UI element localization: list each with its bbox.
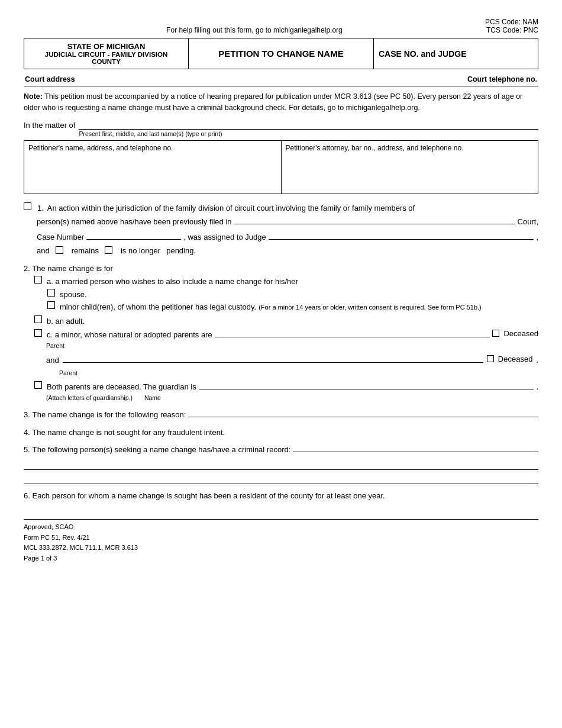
- pcs-code: PCS Code: NAM: [485, 18, 538, 26]
- section1-pending-label: pending.: [166, 245, 196, 257]
- minor-checkbox[interactable]: [47, 301, 55, 309]
- remains-checkbox[interactable]: [56, 246, 63, 254]
- petitioner-table: Petitioner's name, address, and telephon…: [24, 140, 538, 194]
- header-right-cell: CASE NO. and JUDGE: [373, 38, 538, 69]
- form-title: PETITION TO CHANGE NAME: [218, 49, 343, 59]
- section1-is-no-longer-label: is no longer: [121, 245, 160, 257]
- deceased1-label: Deceased: [503, 328, 538, 340]
- minor-label: minor child(ren), of whom the petitioner…: [60, 301, 256, 313]
- section5-lines: [24, 458, 538, 484]
- section1-remains-label: remains: [72, 245, 99, 257]
- petitioner-right-cell: Petitioner's attorney, bar no., address,…: [281, 140, 538, 194]
- footer: Approved, SCAO Form PC 51, Rev. 4/21 MCL…: [24, 519, 538, 563]
- note-section: Note: This petition must be accompanied …: [24, 91, 538, 114]
- name-sublabel: Name: [144, 394, 161, 403]
- parent1-sublabel: Parent: [46, 342, 64, 351]
- section2c-checkbox[interactable]: [34, 329, 42, 337]
- matter-sublabel: Present first, middle, and last name(s) …: [79, 130, 222, 137]
- court-phone-label: Court telephone no.: [467, 75, 537, 83]
- section1-text2: person(s) named above has/have been prev…: [37, 216, 232, 228]
- section1-comma: ,: [536, 231, 538, 243]
- section5-text: The following person(s) seeking a name c…: [33, 444, 290, 456]
- section5-line1: [24, 458, 538, 470]
- note-label: Note:: [24, 92, 43, 101]
- section-4: 4. The name change is not sought for any…: [24, 427, 538, 439]
- footer-line4: Page 1 of 3: [24, 553, 538, 564]
- section1-text1: An action within the jurisdiction of the…: [47, 202, 415, 214]
- both-parents-label: Both parents are deceased. The guardian …: [47, 381, 196, 393]
- section1-num: 1.: [37, 202, 44, 214]
- spouse-checkbox[interactable]: [47, 289, 55, 297]
- section1-court-suffix: Court,: [518, 216, 538, 228]
- petitioner-right-label: Petitioner's attorney, bar no., address,…: [286, 144, 464, 152]
- attach-label: (Attach letters of guardianship.): [46, 394, 133, 403]
- section1-case-label: Case Number: [37, 231, 84, 243]
- spouse-label: spouse.: [60, 289, 87, 301]
- section-1: 1. An action within the jurisdiction of …: [24, 202, 538, 257]
- section6-num: 6.: [24, 491, 30, 500]
- help-line: For help filling out this form, go to mi…: [24, 26, 485, 34]
- section2b-label: b. an adult.: [47, 315, 85, 327]
- section3-num: 3.: [24, 409, 30, 421]
- section-5: 5. The following person(s) seeking a nam…: [24, 444, 538, 484]
- section2a-checkbox[interactable]: [34, 276, 42, 284]
- court-bar: Court address Court telephone no.: [24, 73, 538, 86]
- parent2-sublabel: Parent: [59, 369, 77, 376]
- matter-name-area: Present first, middle, and last name(s) …: [79, 129, 538, 130]
- division-label: JUDICIAL CIRCUIT - FAMILY DIVISION: [29, 51, 183, 58]
- petitioner-left-cell: Petitioner's name, address, and telephon…: [24, 140, 282, 194]
- section2c-label: c. a minor, whose natural or adopted par…: [47, 329, 212, 341]
- is-no-longer-checkbox[interactable]: [105, 246, 112, 254]
- section-3: 3. The name change is for the following …: [24, 409, 538, 421]
- county-label: COUNTY: [29, 58, 183, 65]
- header-table: STATE OF MICHIGAN JUDICIAL CIRCUIT - FAM…: [24, 38, 538, 69]
- matter-line: In the matter of Present first, middle, …: [24, 121, 538, 130]
- note-text: This petition must be accompanied by a n…: [24, 92, 522, 112]
- header-left-cell: STATE OF MICHIGAN JUDICIAL CIRCUIT - FAM…: [24, 38, 189, 69]
- codes-block: PCS Code: NAM TCS Code: PNC: [485, 18, 538, 34]
- footer-text: Approved, SCAO Form PC 51, Rev. 4/21 MCL…: [24, 522, 538, 563]
- section4-text: The name change is not sought for any fr…: [32, 428, 225, 437]
- section2a-label: a. a married person who wishes to also i…: [47, 276, 298, 288]
- section5-num: 5.: [24, 444, 30, 456]
- deceased2-label: Deceased: [498, 353, 533, 365]
- both-parents-checkbox[interactable]: [34, 381, 42, 389]
- petitioner-left-label: Petitioner's name, address, and telephon…: [28, 144, 173, 152]
- minor-small-text: (For a minor 14 years or older, written …: [259, 302, 482, 313]
- court-address-label: Court address: [25, 75, 75, 83]
- section3-text: The name change is for the following rea…: [33, 409, 186, 421]
- section-6: 6. Each person for whom a name change is…: [24, 490, 538, 502]
- section1-assigned-label: , was assigned to Judge: [183, 231, 266, 243]
- tcs-code: TCS Code: PNC: [485, 26, 538, 34]
- footer-line2: Form PC 51, Rev. 4/21: [24, 533, 538, 543]
- section1-checkbox[interactable]: [24, 202, 31, 210]
- matter-label: In the matter of: [24, 121, 75, 130]
- section2b-checkbox[interactable]: [34, 315, 42, 323]
- section4-num: 4.: [24, 428, 30, 437]
- case-judge-label: CASE NO. and JUDGE: [379, 49, 467, 59]
- state-label: STATE OF MICHIGAN: [29, 42, 183, 51]
- deceased2-checkbox[interactable]: [487, 355, 494, 362]
- section-2: 2. The name change is for a. a married p…: [24, 263, 538, 404]
- section2-label: The name change is for: [32, 264, 113, 273]
- deceased1-checkbox[interactable]: [492, 330, 499, 337]
- section1-and-label: and: [37, 245, 50, 257]
- page: For help filling out this form, go to mi…: [0, 0, 562, 728]
- footer-line3: MCL 333.2872, MCL 711.1, MCR 3.613: [24, 543, 538, 553]
- footer-line1: Approved, SCAO: [24, 522, 538, 533]
- section2-num: 2.: [24, 264, 30, 273]
- section5-line2: [24, 472, 538, 484]
- header-center-cell: PETITION TO CHANGE NAME: [189, 38, 374, 69]
- section2-and-label: and: [46, 355, 59, 366]
- section6-text: Each person for whom a name change is so…: [32, 491, 385, 500]
